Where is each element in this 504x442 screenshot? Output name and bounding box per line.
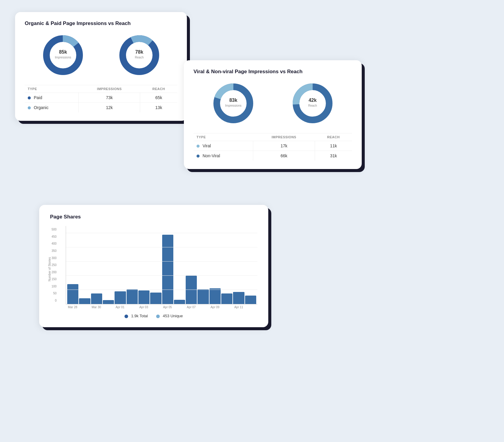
bar (221, 226, 232, 304)
bar (245, 226, 256, 304)
svg-text:Reach: Reach (135, 56, 143, 59)
bar (162, 226, 173, 304)
bar (186, 226, 197, 304)
card2-table: TYPE IMPRESSIONS REACH Viral 17k 11k Non… (194, 133, 352, 161)
y-tick: 500 (52, 228, 57, 231)
grid-line (66, 233, 257, 233)
bar-fill (79, 298, 90, 304)
impressions-nonviral: 66k (253, 151, 315, 161)
x-label (245, 306, 256, 309)
viral-reach-donut: 42k Reach (290, 81, 335, 126)
x-label: Apr 11 (233, 306, 244, 309)
bar-fill (91, 293, 102, 304)
svg-text:Reach: Reach (308, 104, 317, 107)
grid-line (66, 261, 257, 262)
organic-paid-card: Organic & Paid Page Impressions vs Reach… (15, 12, 187, 121)
bar-fill (186, 276, 197, 304)
card2-donuts: 83k Impressions 42k Reach (194, 81, 352, 126)
y-axis-ticks: 0 50 100 150 200 250 300 350 400 450 500 (52, 226, 57, 304)
type-organic: Organic (25, 103, 79, 113)
svg-point-4 (123, 39, 156, 72)
bar-chart-area: Number of Stories 0 50 100 150 200 250 3… (50, 226, 257, 309)
impressions-viral: 17k (253, 141, 315, 151)
x-label: Apr 07 (186, 306, 197, 309)
grid-line (66, 275, 257, 276)
y-tick: 400 (52, 242, 57, 245)
table-row: Organic 12k 13k (25, 103, 177, 113)
col-reach2: REACH (315, 133, 352, 141)
bar (79, 226, 90, 304)
x-axis-labels: Mar 28Mar 30Apr 01Apr 03Apr 05Apr 07Apr … (66, 306, 257, 309)
bar (103, 226, 114, 304)
impressions-donut: 85k Impressions (40, 33, 86, 78)
x-label: Mar 28 (67, 306, 78, 309)
y-tick: 250 (52, 263, 57, 267)
bar-fill (174, 300, 185, 304)
chart-wrapper: Number of Stories 0 50 100 150 200 250 3… (50, 226, 257, 309)
impressions-organic: 12k (79, 103, 140, 113)
reach-viral: 11k (315, 141, 352, 151)
y-axis-label: Number of Stories (48, 257, 51, 281)
type-nonviral: Non-Viral (194, 151, 253, 161)
col-impressions2: IMPRESSIONS (253, 133, 315, 141)
bar-fill (138, 290, 150, 304)
x-label (79, 306, 90, 309)
unique-dot (156, 315, 160, 318)
viral-nonviral-card: Viral & Non-viral Page Impressions vs Re… (184, 60, 362, 169)
chart-legend: 1.9k Total 453 Unique (50, 314, 257, 318)
x-label: Apr 05 (162, 306, 173, 309)
svg-text:Impressions: Impressions (55, 56, 71, 59)
bar-fill (209, 288, 221, 304)
bar-fill (150, 293, 161, 304)
svg-text:Impressions: Impressions (225, 104, 241, 107)
viral-dot (197, 145, 200, 148)
card1-donuts: 85k Impressions 78k Reach (25, 33, 177, 78)
bar (115, 226, 126, 304)
bar-fill (233, 292, 244, 304)
card3-title: Page Shares (50, 214, 257, 220)
y-tick: 0 (52, 299, 57, 302)
card1-donut2: 78k Reach (117, 33, 162, 78)
bar (67, 226, 78, 304)
bar (91, 226, 102, 304)
card1-table: TYPE IMPRESSIONS REACH Paid 73k 65k Orga… (25, 85, 177, 112)
chart-inner: 0 50 100 150 200 250 300 350 400 450 500 (66, 226, 257, 304)
bar (209, 226, 221, 304)
col-impressions: IMPRESSIONS (79, 85, 140, 93)
table-row: Paid 73k 65k (25, 93, 177, 103)
x-label (126, 306, 137, 309)
col-type: TYPE (25, 85, 79, 93)
reach-nonviral: 31k (315, 151, 352, 161)
table-row: Viral 17k 11k (194, 141, 352, 151)
x-label: Apr 09 (209, 306, 221, 309)
bar (127, 226, 138, 304)
y-tick: 150 (52, 277, 57, 281)
bar-fill (221, 293, 232, 304)
svg-text:42k: 42k (308, 98, 317, 103)
table-row: Non-Viral 66k 31k (194, 151, 352, 161)
y-tick: 450 (52, 235, 57, 238)
card2-title: Viral & Non-viral Page Impressions vs Re… (194, 69, 352, 75)
col-reach: REACH (140, 85, 177, 93)
x-label (102, 306, 114, 309)
x-label (221, 306, 232, 309)
viral-impressions-donut: 83k Impressions (211, 81, 256, 126)
col-type2: TYPE (194, 133, 253, 141)
legend-unique: 453 Unique (156, 314, 183, 318)
legend-total: 1.9k Total (124, 314, 148, 318)
svg-text:78k: 78k (135, 49, 143, 55)
card1-title: Organic & Paid Page Impressions vs Reach (25, 20, 177, 27)
card2-donut2: 42k Reach (290, 81, 335, 126)
reach-organic: 13k (140, 103, 177, 113)
bar-fill (127, 289, 138, 304)
svg-text:85k: 85k (59, 49, 67, 55)
page-shares-card: Page Shares Number of Stories 0 50 100 1… (39, 205, 268, 327)
bar-fill (162, 235, 173, 304)
grid-line (66, 247, 257, 247)
card2-donut1: 83k Impressions (211, 81, 256, 126)
x-label: Apr 03 (138, 306, 149, 309)
paid-dot (28, 96, 31, 99)
svg-text:83k: 83k (229, 98, 237, 103)
x-label: Mar 30 (91, 306, 102, 309)
bar (150, 226, 161, 304)
